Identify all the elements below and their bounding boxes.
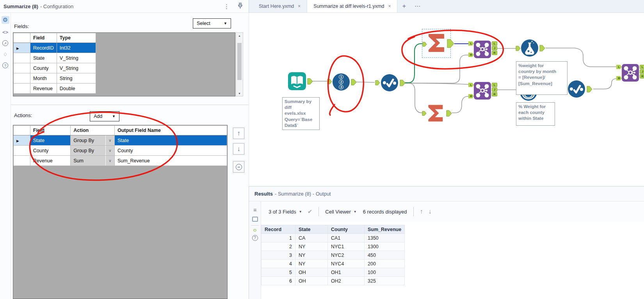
type-cell[interactable]: Double xyxy=(57,84,96,94)
results-table-row[interactable]: 5OHOH1100 xyxy=(262,268,405,277)
field-cell[interactable]: State xyxy=(30,53,57,63)
type-cell[interactable]: V_String xyxy=(57,53,96,63)
row-selector-cell[interactable]: ▶ xyxy=(14,135,30,146)
action-combobox[interactable]: Group By∨ xyxy=(71,146,114,155)
join1-output-R[interactable]: R xyxy=(492,51,497,55)
recordid-tool[interactable]: 1 2 3 xyxy=(333,73,350,91)
apply-check-icon[interactable]: ✔ xyxy=(308,208,313,215)
combo-caret-icon[interactable]: ∨ xyxy=(105,156,114,166)
column-header[interactable]: State xyxy=(295,225,328,234)
fields-table-scrollbar[interactable]: ▲ ▼ xyxy=(236,32,243,96)
join-tool-2[interactable] xyxy=(474,82,491,101)
results-table-row[interactable]: 6OHOH2325 xyxy=(262,277,405,285)
action-combobox[interactable]: Group By∨ xyxy=(71,135,114,145)
output-field-cell[interactable]: Sum_Revenue xyxy=(114,156,227,166)
row-selector-cell[interactable] xyxy=(14,146,30,156)
field-cell[interactable]: Month xyxy=(30,73,57,84)
type-cell[interactable]: V_String xyxy=(57,63,96,73)
join2-output-R[interactable]: R xyxy=(492,92,497,96)
formula-tool[interactable] xyxy=(521,39,538,58)
move-down-button[interactable]: ↓ xyxy=(233,143,244,155)
column-header[interactable]: Record xyxy=(262,225,295,234)
type-cell[interactable]: String xyxy=(57,73,96,84)
fields-table-row[interactable]: RevenueDouble xyxy=(14,84,96,94)
field-cell[interactable]: State xyxy=(30,135,71,146)
row-selector-cell[interactable] xyxy=(14,53,30,63)
column-header[interactable]: Field xyxy=(30,33,57,43)
summarize1-output-anchor[interactable] xyxy=(447,39,454,50)
results-table-row[interactable]: 1CACA11350 xyxy=(262,234,405,242)
cell-viewer-dropdown[interactable]: Cell Viewer ▼ xyxy=(325,209,356,215)
move-up-button[interactable]: ↑ xyxy=(233,128,244,139)
join-tool-1[interactable] xyxy=(474,41,491,60)
actions-table-row[interactable]: RevenueSum∨Sum_Revenue xyxy=(14,156,227,166)
select2-output-anchor[interactable] xyxy=(587,86,592,94)
close-tab-icon[interactable]: × xyxy=(388,4,391,9)
join-tool-3[interactable] xyxy=(622,64,639,83)
select-output-anchor[interactable] xyxy=(400,80,406,88)
row-selector-cell[interactable] xyxy=(14,84,30,94)
recordid-input-anchor[interactable] xyxy=(327,79,332,86)
input-tool-output-anchor[interactable] xyxy=(307,78,313,86)
annotation-weight-country[interactable]: %weight for country by month = [Revenue]… xyxy=(516,61,568,95)
scrollbar-thumb[interactable] xyxy=(237,43,242,80)
field-cell[interactable]: County xyxy=(30,63,57,73)
join3-output-J[interactable]: J xyxy=(640,69,644,74)
results-table-row[interactable]: 2NYNYC11300 xyxy=(262,242,405,251)
scroll-up-record-button[interactable]: ↑ xyxy=(420,208,423,215)
field-cell[interactable]: Revenue xyxy=(30,156,71,166)
close-tab-icon[interactable]: × xyxy=(298,4,301,9)
summarize-tool-2[interactable] xyxy=(426,104,445,124)
action-cell[interactable]: Sum∨ xyxy=(71,156,115,166)
help-icon[interactable]: ? xyxy=(2,62,8,68)
tag-icon[interactable]: ♢ xyxy=(2,50,9,58)
type-cell[interactable]: Int32 xyxy=(57,43,96,53)
actions-table-row[interactable]: ▶StateGroup By∨State xyxy=(14,135,227,146)
results-table-row[interactable]: 3NYNYC2450 xyxy=(262,251,405,260)
scroll-down-record-button[interactable]: ↓ xyxy=(429,208,432,215)
join3-output-R[interactable]: R xyxy=(640,74,644,78)
kebab-menu-icon[interactable]: ⋮ xyxy=(224,3,229,10)
results-help-icon[interactable]: ? xyxy=(252,235,258,241)
combo-caret-icon[interactable]: ∨ xyxy=(105,135,114,145)
metadata-list-icon[interactable]: ≡ xyxy=(253,207,256,213)
input-data-tool[interactable] xyxy=(288,72,306,92)
combo-caret-icon[interactable]: ∨ xyxy=(105,146,114,155)
row-selector-cell[interactable] xyxy=(14,73,30,84)
column-header[interactable]: County xyxy=(328,225,365,234)
summarize1-input-anchor[interactable] xyxy=(422,41,427,48)
summarize-tool-1[interactable] xyxy=(426,33,446,55)
field-cell[interactable]: RecordID xyxy=(30,43,57,53)
code-icon[interactable]: <> xyxy=(2,28,9,36)
pin-icon[interactable] xyxy=(237,3,243,11)
annotation-weight-county[interactable]: % Weight for each county within State xyxy=(516,102,555,126)
output-anchor-selected[interactable] xyxy=(253,229,256,231)
summarize2-input-anchor[interactable] xyxy=(422,110,427,117)
summarize2-output-anchor[interactable] xyxy=(446,110,452,118)
formula-input-anchor[interactable] xyxy=(516,46,521,53)
output-field-cell[interactable]: State xyxy=(114,135,227,146)
join3-output-L[interactable]: L xyxy=(640,65,644,69)
fields-filter-dropdown[interactable]: 3 of 3 Fields ▼ xyxy=(269,209,302,215)
recordid-output-anchor[interactable] xyxy=(351,79,357,87)
tab-overflow-button[interactable]: ⋯ xyxy=(411,0,424,12)
remove-action-button[interactable]: − xyxy=(233,161,244,173)
join1-output-J[interactable]: J xyxy=(492,46,497,50)
row-selector-cell[interactable] xyxy=(14,63,30,73)
output-field-cell[interactable]: County xyxy=(114,146,227,156)
row-selector-cell[interactable]: ▶ xyxy=(14,43,30,53)
annotation-input-data[interactable]: Summary by diff evels.xlsx Query=`Base D… xyxy=(282,97,320,130)
tab-summarize-at-diff-levels[interactable]: Summarize at diff levels-r1.yxmd × xyxy=(307,0,397,12)
fields-table-row[interactable]: MonthString xyxy=(14,73,96,84)
select-tool[interactable] xyxy=(381,74,398,93)
field-cell[interactable]: County xyxy=(30,146,71,156)
fields-table-row[interactable]: ▶RecordIDInt32 xyxy=(14,43,96,53)
select-input-anchor[interactable] xyxy=(375,80,380,87)
layout-icon[interactable] xyxy=(252,217,258,222)
join2-output-L[interactable]: L xyxy=(492,83,497,87)
scroll-up-icon[interactable]: ▲ xyxy=(238,33,241,38)
select-dropdown-button[interactable]: Select ▼ xyxy=(193,18,231,28)
open-example-icon[interactable]: ↗ xyxy=(2,40,8,46)
select-tool-2[interactable] xyxy=(568,80,585,99)
column-header[interactable]: Output Field Name xyxy=(114,126,227,135)
